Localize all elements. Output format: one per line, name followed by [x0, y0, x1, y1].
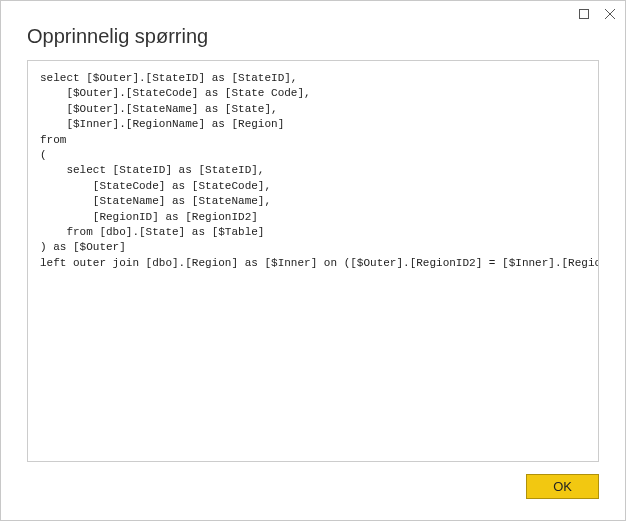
titlebar-controls: [577, 7, 617, 21]
svg-rect-0: [580, 10, 589, 19]
close-icon[interactable]: [603, 7, 617, 21]
maximize-icon[interactable]: [577, 7, 591, 21]
dialog-title: Opprinnelig spørring: [7, 7, 619, 60]
dialog-window: Opprinnelig spørring select [$Outer].[St…: [0, 0, 626, 521]
code-panel[interactable]: select [$Outer].[StateID] as [StateID], …: [27, 60, 599, 462]
code-content: select [$Outer].[StateID] as [StateID], …: [40, 71, 586, 271]
ok-button[interactable]: OK: [526, 474, 599, 499]
button-row: OK: [7, 462, 619, 499]
